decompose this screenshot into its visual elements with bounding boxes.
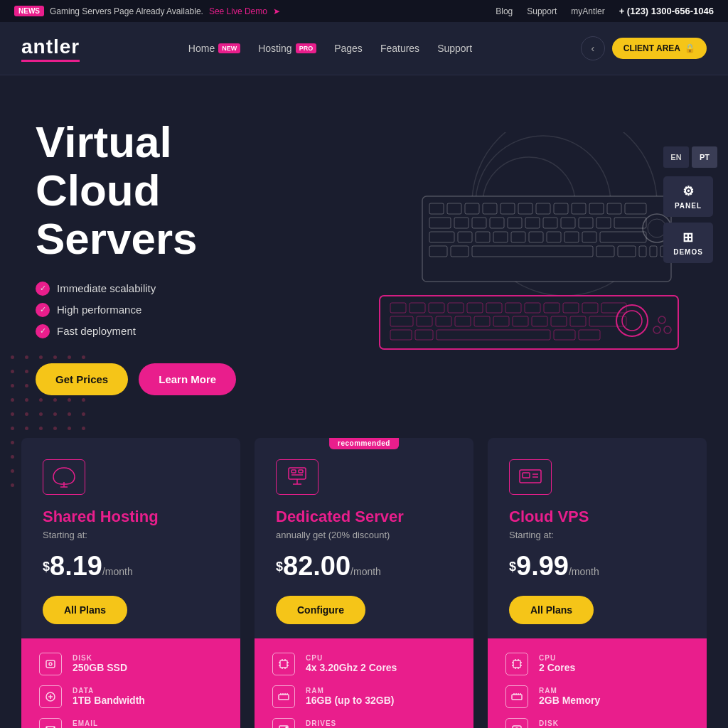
dot-19 bbox=[25, 398, 28, 402]
side-panel: EN PT ⚙ PANEL ⊞ DEMOS bbox=[663, 146, 717, 263]
card-specs: CPU 2 Cores RAM 2GB Memory DISK 20GB S bbox=[488, 638, 707, 728]
dot-20 bbox=[39, 398, 43, 402]
pricing-card-2: Cloud VPS Starting at: $9.99/month All P… bbox=[488, 438, 707, 728]
card-top: Cloud VPS Starting at: $9.99/month All P… bbox=[488, 438, 707, 638]
card-specs: DISK 250GB SSD DATA 1TB Bandwidth EMAIL bbox=[21, 638, 240, 728]
news-badge: news bbox=[14, 6, 44, 16]
spec-value: 2 Cores bbox=[539, 662, 575, 673]
phone-number: + (123) 1300-656-1046 bbox=[619, 6, 714, 16]
announcement-text: Gaming Servers Page Already Available. bbox=[50, 6, 203, 16]
hero-buttons: Get Prices Learn More bbox=[36, 363, 306, 395]
card-price: $9.99/month bbox=[509, 551, 685, 582]
hosting-pro-badge: PRO bbox=[296, 43, 317, 53]
card-price: $82.00/month bbox=[276, 551, 452, 582]
spec-item: DRIVES 2 x 1TB SATA 3.5 bbox=[272, 718, 456, 728]
pricing-card-1: recommended Dedicated Server annually ge… bbox=[255, 438, 473, 728]
live-demo-link[interactable]: See Live Demo bbox=[209, 6, 267, 16]
nav-pages[interactable]: Pages bbox=[334, 43, 363, 54]
feature-2: ✓ High performance bbox=[36, 303, 306, 317]
spec-item: CPU 4x 3.20Ghz 2 Cores bbox=[272, 653, 456, 675]
hero-illustration bbox=[337, 132, 692, 360]
card-title: Shared Hosting bbox=[43, 508, 219, 526]
nav-hosting[interactable]: Hosting PRO bbox=[258, 43, 316, 54]
spec-label: DISK bbox=[539, 719, 620, 727]
top-bar-left: news Gaming Servers Page Already Availab… bbox=[14, 6, 280, 16]
spec-item: EMAIL 120 Emails bbox=[39, 718, 223, 728]
spec-icon-disk bbox=[505, 718, 528, 728]
spec-icon-email bbox=[39, 718, 62, 728]
top-blog-link[interactable]: Blog bbox=[496, 6, 513, 16]
nav-search-icon[interactable]: ‹ bbox=[581, 36, 605, 60]
svg-rect-89 bbox=[280, 660, 287, 668]
top-myantler-link[interactable]: myAntler bbox=[571, 6, 604, 16]
spec-value: 250GB SSD bbox=[73, 662, 127, 673]
lang-en-button[interactable]: EN bbox=[663, 146, 689, 168]
nav-right: ‹ CLIENT AREA 🔒 bbox=[581, 36, 707, 60]
card-title: Cloud VPS bbox=[509, 508, 685, 526]
card-service-icon bbox=[43, 459, 85, 495]
dot-29 bbox=[82, 412, 85, 416]
price-amount: 82.00 bbox=[283, 551, 350, 581]
card-subtitle: annually get (20% discount) bbox=[276, 530, 452, 540]
nav-support[interactable]: Support bbox=[437, 43, 472, 54]
dot-1 bbox=[25, 355, 28, 359]
spec-item: DATA 1TB Bandwidth bbox=[39, 685, 223, 708]
svg-rect-81 bbox=[46, 660, 55, 668]
price-period: /month bbox=[102, 566, 133, 577]
price-amount: 9.99 bbox=[516, 551, 569, 581]
top-bar: news Gaming Servers Page Already Availab… bbox=[0, 0, 728, 22]
client-area-button[interactable]: CLIENT AREA 🔒 bbox=[612, 38, 707, 59]
price-amount: 8.19 bbox=[50, 551, 102, 581]
svg-rect-96 bbox=[523, 473, 530, 478]
card-cta-button[interactable]: Configure bbox=[276, 596, 365, 624]
card-top: Dedicated Server annually get (20% disco… bbox=[255, 438, 473, 638]
dot-7 bbox=[25, 370, 28, 373]
learn-more-button[interactable]: Learn More bbox=[139, 363, 236, 395]
card-cta-button[interactable]: All Plans bbox=[43, 596, 127, 624]
dot-6 bbox=[11, 370, 14, 373]
card-price: $8.19/month bbox=[43, 551, 219, 582]
feature-3: ✓ Fast deployment bbox=[36, 324, 306, 338]
card-subtitle: Starting at: bbox=[509, 530, 685, 540]
nav-home[interactable]: Home NEW bbox=[188, 43, 240, 54]
price-dollar: $ bbox=[509, 559, 516, 573]
spec-icon-ram bbox=[505, 685, 528, 708]
spec-icon-cpu bbox=[272, 653, 295, 675]
spec-icon-drives bbox=[272, 718, 295, 728]
feature-1: ✓ Immediate scalability bbox=[36, 282, 306, 296]
spec-item: CPU 2 Cores bbox=[505, 653, 689, 675]
price-period: /month bbox=[569, 566, 599, 577]
spec-value: 4x 3.20Ghz 2 Cores bbox=[306, 662, 397, 673]
get-prices-button[interactable]: Get Prices bbox=[36, 363, 128, 395]
spec-icon-ram bbox=[272, 685, 295, 708]
spec-label: DATA bbox=[73, 687, 145, 695]
logo-underline bbox=[21, 60, 80, 62]
card-subtitle: Starting at: bbox=[43, 530, 219, 540]
arrow-icon: ➤ bbox=[273, 6, 280, 16]
top-support-link[interactable]: Support bbox=[527, 6, 557, 16]
recommended-badge: recommended bbox=[329, 438, 399, 449]
demos-button[interactable]: ⊞ DEMOS bbox=[663, 223, 713, 263]
card-cta-button[interactable]: All Plans bbox=[509, 596, 594, 624]
logo[interactable]: antler bbox=[21, 36, 80, 62]
hero-content: Virtual Cloud Servers ✓ Immediate scalab… bbox=[36, 118, 306, 395]
card-specs: CPU 4x 3.20Ghz 2 Cores RAM 16GB (up to 3… bbox=[255, 638, 473, 728]
nav-features[interactable]: Features bbox=[380, 43, 419, 54]
lang-pt-button[interactable]: PT bbox=[692, 146, 717, 168]
card-title: Dedicated Server bbox=[276, 508, 452, 526]
panel-icon: ⚙ bbox=[682, 183, 695, 199]
svg-rect-87 bbox=[291, 470, 296, 473]
svg-rect-88 bbox=[299, 470, 303, 473]
hero-section: Virtual Cloud Servers ✓ Immediate scalab… bbox=[0, 75, 728, 424]
cards-section: Shared Hosting Starting at: $8.19/month … bbox=[0, 424, 728, 728]
top-bar-right: Blog Support myAntler + (123) 1300-656-1… bbox=[496, 6, 714, 16]
spec-label: EMAIL bbox=[73, 719, 124, 727]
svg-rect-90 bbox=[279, 695, 289, 700]
dot-26 bbox=[39, 412, 43, 416]
panel-button[interactable]: ⚙ PANEL bbox=[663, 176, 713, 217]
spec-label: CPU bbox=[306, 654, 397, 662]
hero-title: Virtual Cloud Servers bbox=[36, 118, 306, 264]
svg-point-82 bbox=[49, 663, 52, 665]
hero-features-list: ✓ Immediate scalability ✓ High performan… bbox=[36, 282, 306, 338]
spec-label: RAM bbox=[306, 687, 394, 695]
